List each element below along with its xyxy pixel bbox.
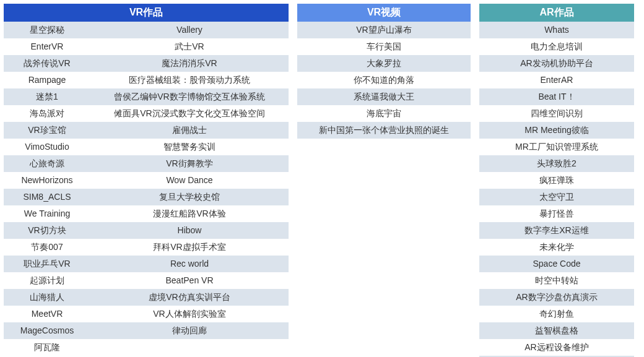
- table-cell: VR街舞教学: [90, 155, 289, 172]
- tables-container: VR作品 星空探秘ValleryEnterVR武士VR战斧传说VR魔法消消乐VR…: [4, 4, 640, 357]
- table-cell: 四维空间识别: [479, 105, 634, 122]
- table-cell: 律动回廊: [90, 322, 289, 339]
- table-cell: SIM8_ACLS: [4, 189, 90, 205]
- table-cell: MeetVR: [4, 306, 90, 322]
- table-row: 奇幻射鱼: [479, 306, 634, 322]
- ar-works-table: AR作品 Whats电力全息培训AR发动机协助平台EnterARBeat IT！…: [479, 4, 634, 357]
- table-row: 心旅奇源VR街舞教学: [4, 155, 289, 172]
- table-cell: Hibow: [90, 222, 289, 239]
- table-row: MR工厂知识管理系统: [479, 139, 634, 155]
- table-row: 山海猎人虚境VR仿真实训平台: [4, 289, 289, 306]
- table-cell: 未来化学: [479, 239, 634, 256]
- table-row: 战斧传说VR魔法消消乐VR: [4, 55, 289, 72]
- table-cell: VR人体解剖实验室: [90, 306, 289, 322]
- table-row: 系统逼我做大王: [297, 88, 471, 105]
- table-cell: 心旅奇源: [4, 155, 90, 172]
- table-cell: NewHorizons: [4, 172, 90, 189]
- table-cell: 暴打怪兽: [479, 205, 634, 222]
- table-cell: We Training: [4, 205, 90, 222]
- table-cell: 武士VR: [90, 38, 289, 55]
- table-cell: VimoStudio: [4, 139, 90, 155]
- table-cell: 新中国第一张个体营业执照的诞生: [297, 122, 471, 139]
- table-cell: 阿瓦隆: [4, 339, 90, 356]
- table-cell: 节奏007: [4, 239, 90, 256]
- table-cell: Rec world: [90, 256, 289, 272]
- table-cell: 医疗器械组装：股骨颈动力系统: [90, 72, 289, 88]
- table-row: 未来化学: [479, 239, 634, 256]
- table-row: Beat IT！: [479, 88, 634, 105]
- table-row: MageCosmos律动回廊: [4, 322, 289, 339]
- table-row: EnterAR: [479, 72, 634, 88]
- table-row: AR数字沙盘仿真演示: [479, 289, 634, 306]
- table-cell: 复旦大学校史馆: [90, 189, 289, 205]
- table-cell: 益智棋盘格: [479, 322, 634, 339]
- table-row: 数字孪生XR运维: [479, 222, 634, 239]
- vr-works-header: VR作品: [4, 4, 289, 22]
- vr-video-header: VR视频: [297, 4, 471, 22]
- table-cell: 数字孪生XR运维: [479, 222, 634, 239]
- table-cell: 虚境VR仿真实训平台: [90, 289, 289, 306]
- vr-works-table: VR作品 星空探秘ValleryEnterVR武士VR战斧传说VR魔法消消乐VR…: [4, 4, 289, 356]
- table-row: 疯狂弹珠: [479, 172, 634, 189]
- table-row: 职业乒乓VRRec world: [4, 256, 289, 272]
- table-row: Space Code: [479, 256, 634, 272]
- table-row: 益智棋盘格: [479, 322, 634, 339]
- table-cell: MageCosmos: [4, 322, 90, 339]
- table-row: AR发动机协助平台: [479, 55, 634, 72]
- table-cell: 太空守卫: [479, 189, 634, 205]
- table-row: NewHorizonsWow Dance: [4, 172, 289, 189]
- table-row: MeetVRVR人体解剖实验室: [4, 306, 289, 322]
- table-row: 海岛派对傩面具VR沉浸式数字文化交互体验空间: [4, 105, 289, 122]
- table-cell: 魔法消消乐VR: [90, 55, 289, 72]
- table-row: 新中国第一张个体营业执照的诞生: [297, 122, 471, 139]
- table-row: VimoStudio智慧警务实训: [4, 139, 289, 155]
- table-cell: Whats: [479, 22, 634, 38]
- table-cell: Rampage: [4, 72, 90, 88]
- table-cell: VR望庐山瀑布: [297, 22, 471, 38]
- table-cell: 头球致胜2: [479, 155, 634, 172]
- table-row: 电力全息培训: [479, 38, 634, 55]
- vr-video-table: VR视频 VR望庐山瀑布车行美国大象罗拉你不知道的角落系统逼我做大王海底宇宙新中…: [297, 4, 471, 139]
- table-cell: 拜科VR虚拟手术室: [90, 239, 289, 256]
- table-cell: 车行美国: [297, 38, 471, 55]
- table-cell: AR数字沙盘仿真演示: [479, 289, 634, 306]
- table-cell: 起源计划: [4, 272, 90, 289]
- table-cell: 战斧传说VR: [4, 55, 90, 72]
- table-row: EnterVR武士VR: [4, 38, 289, 55]
- table-cell: 海岛派对: [4, 105, 90, 122]
- table-cell: 雇佣战士: [90, 122, 289, 139]
- table-cell: 山海猎人: [4, 289, 90, 306]
- table-cell: Wow Dance: [90, 172, 289, 189]
- table-cell: AR发动机协助平台: [479, 55, 634, 72]
- table-cell: 时空中转站: [479, 272, 634, 289]
- table-row: VR望庐山瀑布: [297, 22, 471, 38]
- table-cell: 疯狂弹珠: [479, 172, 634, 189]
- table-row: VR珍宝馆雇佣战士: [4, 122, 289, 139]
- table-cell: 迷禁1: [4, 88, 90, 105]
- table-cell: 职业乒乓VR: [4, 256, 90, 272]
- table-cell: 大象罗拉: [297, 55, 471, 72]
- table-row: 时空中转站: [479, 272, 634, 289]
- table-row: 太空守卫: [479, 189, 634, 205]
- table-row: We Training漫漫红船路VR体验: [4, 205, 289, 222]
- table-row: 迷禁1曾侯乙编钟VR数字博物馆交互体验系统: [4, 88, 289, 105]
- table-row: 四维空间识别: [479, 105, 634, 122]
- table-row: 大象罗拉: [297, 55, 471, 72]
- table-cell: EnterVR: [4, 38, 90, 55]
- table-cell: 星空探秘: [4, 22, 90, 38]
- table-cell: AR远程设备维护: [479, 339, 634, 356]
- table-cell: 系统逼我做大王: [297, 88, 471, 105]
- table-cell: Space Code: [479, 256, 634, 272]
- table-row: 车行美国: [297, 38, 471, 55]
- table-cell: MR工厂知识管理系统: [479, 139, 634, 155]
- table-cell: 漫漫红船路VR体验: [90, 205, 289, 222]
- table-row: 你不知道的角落: [297, 72, 471, 88]
- ar-works-header: AR作品: [479, 4, 634, 22]
- table-cell: [90, 339, 289, 356]
- table-cell: 智慧警务实训: [90, 139, 289, 155]
- table-cell: 傩面具VR沉浸式数字文化交互体验空间: [90, 105, 289, 122]
- table-cell: EnterAR: [479, 72, 634, 88]
- table-row: 头球致胜2: [479, 155, 634, 172]
- table-cell: 电力全息培训: [479, 38, 634, 55]
- table-cell: VR切方块: [4, 222, 90, 239]
